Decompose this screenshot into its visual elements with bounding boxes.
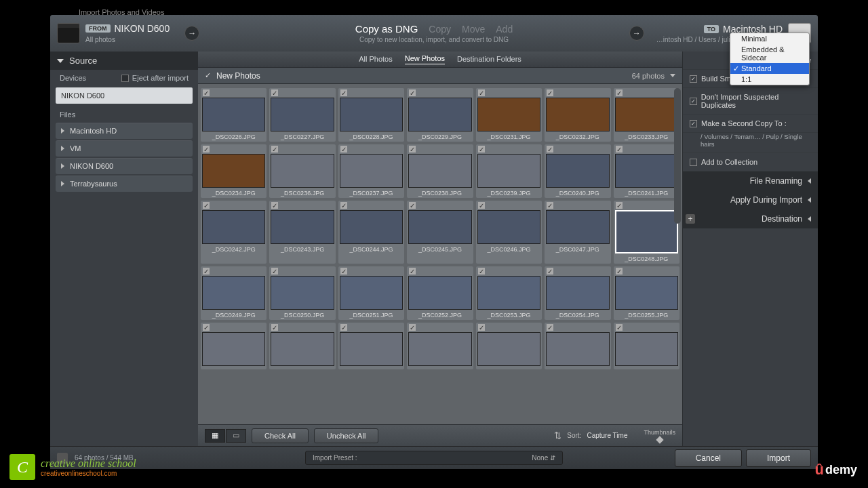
thumb-checkbox[interactable]: ✓ <box>616 324 623 331</box>
thumbnail-cell[interactable]: ✓_DSC0247.JPG <box>545 201 610 264</box>
thumb-checkbox[interactable]: ✓ <box>616 202 623 209</box>
thumbnail-cell[interactable]: ✓_DSC0229.JPG <box>407 88 473 142</box>
duplicates-checkbox[interactable]: ✓ <box>690 98 697 105</box>
thumbnail-cell[interactable]: ✓_DSC0241.JPG <box>614 144 679 198</box>
import-button[interactable]: Import <box>746 449 811 467</box>
thumbnail-cell[interactable]: ✓ <box>407 323 473 369</box>
smart-previews-checkbox[interactable]: ✓ <box>690 75 697 83</box>
thumb-checkbox[interactable]: ✓ <box>271 146 278 152</box>
arrow-right-icon[interactable]: → <box>184 26 199 41</box>
thumbnail-cell[interactable]: ✓_DSC0248.JPG <box>614 201 679 264</box>
mode-copy[interactable]: Copy <box>429 24 451 35</box>
thumbnail-cell[interactable]: ✓_DSC0238.JPG <box>407 144 473 198</box>
grid-view-button[interactable]: ▦ <box>205 429 225 443</box>
thumb-checkbox[interactable]: ✓ <box>340 268 347 274</box>
thumbnail-cell[interactable]: ✓_DSC0255.JPG <box>614 266 679 320</box>
thumb-checkbox[interactable]: ✓ <box>409 146 416 152</box>
section-destination[interactable]: +Destination <box>683 209 818 228</box>
thumbnail-cell[interactable]: ✓ <box>269 323 335 369</box>
thumb-checkbox[interactable]: ✓ <box>547 89 553 96</box>
section-apply-during-import[interactable]: Apply During Import <box>683 190 818 209</box>
arrow-right-icon[interactable]: → <box>629 26 644 41</box>
thumb-checkbox[interactable]: ✓ <box>616 146 623 152</box>
thumbnail-cell[interactable]: ✓_DSC0237.JPG <box>338 144 404 198</box>
thumb-checkbox[interactable]: ✓ <box>340 146 347 152</box>
tab-destination-folders[interactable]: Destination Folders <box>457 55 521 64</box>
thumbnail-cell[interactable]: ✓_DSC0236.JPG <box>269 144 335 198</box>
thumb-checkbox[interactable]: ✓ <box>478 202 485 209</box>
file-node[interactable]: NIKON D600 <box>56 158 193 174</box>
thumb-checkbox[interactable]: ✓ <box>616 268 623 274</box>
thumb-checkbox[interactable]: ✓ <box>203 202 210 209</box>
thumbnail-cell[interactable]: ✓_DSC0243.JPG <box>269 201 335 264</box>
dropdown-item[interactable]: Embedded & Sidecar <box>730 44 809 63</box>
dropdown-item[interactable]: 1:1 <box>730 74 809 85</box>
thumbnail-cell[interactable]: ✓_DSC0249.JPG <box>201 266 267 320</box>
thumbnail-size-slider[interactable]: Thumbnails <box>644 429 675 443</box>
second-copy-checkbox[interactable]: ✓ <box>690 120 697 127</box>
thumb-checkbox[interactable]: ✓ <box>340 202 347 209</box>
thumb-checkbox[interactable]: ✓ <box>547 202 553 209</box>
thumb-checkbox[interactable]: ✓ <box>271 324 278 331</box>
thumb-checkbox[interactable]: ✓ <box>409 89 416 96</box>
thumb-checkbox[interactable]: ✓ <box>203 146 210 152</box>
thumbnail-cell[interactable]: ✓_DSC0244.JPG <box>338 201 404 264</box>
check-all-button[interactable]: Check All <box>252 428 309 443</box>
second-copy-path[interactable]: / Volumes / Terram… / Pulp / Single hair… <box>683 133 818 153</box>
file-node[interactable]: Macintosh HD <box>56 123 193 139</box>
uncheck-all-button[interactable]: Uncheck All <box>314 428 378 443</box>
collection-checkbox[interactable] <box>690 159 697 166</box>
source-header[interactable]: Source <box>50 52 198 70</box>
thumbnail-cell[interactable]: ✓_DSC0232.JPG <box>545 88 610 142</box>
tab-new-photos[interactable]: New Photos <box>405 54 445 64</box>
thumb-checkbox[interactable]: ✓ <box>340 324 347 331</box>
mode-copy-dng[interactable]: Copy as DNG <box>355 23 418 35</box>
thumb-checkbox[interactable]: ✓ <box>203 324 210 331</box>
mode-add[interactable]: Add <box>496 24 513 35</box>
thumbnail-cell[interactable]: ✓_DSC0239.JPG <box>476 144 542 198</box>
tab-all-photos[interactable]: All Photos <box>359 55 393 64</box>
thumb-checkbox[interactable]: ✓ <box>271 268 278 274</box>
thumbnail-cell[interactable]: ✓_DSC0233.JPG <box>614 88 679 142</box>
thumbnail-cell[interactable]: ✓ <box>476 323 542 369</box>
thumbnail-cell[interactable]: ✓_DSC0242.JPG <box>201 201 267 264</box>
thumb-checkbox[interactable]: ✓ <box>409 202 416 209</box>
thumbnail-cell[interactable]: ✓ <box>201 323 267 369</box>
thumbnail-cell[interactable]: ✓ <box>338 323 404 369</box>
thumbnail-cell[interactable]: ✓_DSC0234.JPG <box>201 144 267 198</box>
thumb-checkbox[interactable]: ✓ <box>478 89 485 96</box>
chevron-down-icon[interactable] <box>670 74 675 77</box>
thumbnail-cell[interactable]: ✓_DSC0254.JPG <box>545 266 610 320</box>
thumbnail-cell[interactable]: ✓_DSC0240.JPG <box>545 144 610 198</box>
thumbnail-cell[interactable]: ✓_DSC0250.JPG <box>269 266 335 320</box>
thumb-checkbox[interactable]: ✓ <box>203 89 210 96</box>
thumb-checkbox[interactable]: ✓ <box>616 89 623 96</box>
cancel-button[interactable]: Cancel <box>675 449 742 467</box>
dropdown-item[interactable]: Minimal <box>730 33 809 44</box>
section-checkbox[interactable]: ✓ <box>205 71 211 80</box>
thumb-checkbox[interactable]: ✓ <box>203 268 210 274</box>
import-preset-select[interactable]: Import Preset : None ⇵ <box>305 451 563 465</box>
thumb-checkbox[interactable]: ✓ <box>478 324 485 331</box>
scrollbar[interactable] <box>674 88 681 224</box>
file-node[interactable]: VM <box>56 140 193 157</box>
from-device[interactable]: NIKON D600 <box>115 23 170 34</box>
thumb-checkbox[interactable]: ✓ <box>547 146 553 152</box>
file-node[interactable]: Terrabysaurus <box>56 176 193 192</box>
thumb-checkbox[interactable]: ✓ <box>271 89 278 96</box>
build-previews-dropdown[interactable]: Minimal Embedded & Sidecar Standard 1:1 <box>730 33 810 85</box>
sort-icon[interactable]: ⇅ <box>554 430 561 441</box>
eject-checkbox[interactable] <box>121 75 129 82</box>
dropdown-item-selected[interactable]: Standard <box>730 63 809 74</box>
thumbnail-cell[interactable]: ✓_DSC0227.JPG <box>269 88 335 142</box>
mode-move[interactable]: Move <box>462 24 485 35</box>
section-file-renaming[interactable]: File Renaming <box>683 171 818 190</box>
thumb-checkbox[interactable]: ✓ <box>409 268 416 274</box>
thumbnail-cell[interactable]: ✓ <box>545 323 610 369</box>
thumbnail-cell[interactable]: ✓_DSC0253.JPG <box>476 266 542 320</box>
thumb-checkbox[interactable]: ✓ <box>478 146 485 152</box>
thumbnail-cell[interactable]: ✓_DSC0245.JPG <box>407 201 473 264</box>
thumb-checkbox[interactable]: ✓ <box>547 268 553 274</box>
thumbnail-cell[interactable]: ✓_DSC0231.JPG <box>476 88 542 142</box>
thumbnail-cell[interactable]: ✓ <box>614 323 679 369</box>
